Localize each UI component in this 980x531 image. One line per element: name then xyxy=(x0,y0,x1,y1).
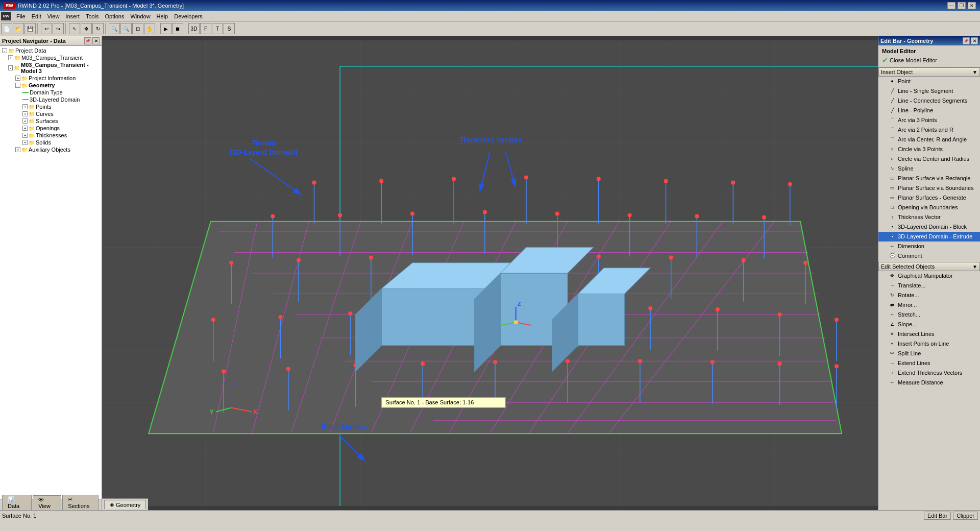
status-edit-bar-btn[interactable]: Edit Bar xyxy=(924,512,951,520)
tb-new[interactable]: 📄 xyxy=(1,23,12,34)
tb-rotate[interactable]: ↻ xyxy=(92,23,104,34)
item-rotate[interactable]: ↻ Rotate... xyxy=(878,291,980,300)
item-comment[interactable]: 💬 Comment xyxy=(878,251,980,261)
item-split-line[interactable]: ✂ Split Line xyxy=(878,349,980,358)
tree-auxiliary[interactable]: + 📁 Auxiliary Objects xyxy=(1,146,101,153)
tree-domain-type[interactable]: Domain Type xyxy=(1,89,101,96)
tb-view-top[interactable]: T xyxy=(212,23,223,34)
tb-undo[interactable]: ↩ xyxy=(41,23,52,34)
menu-developers[interactable]: Developers xyxy=(171,12,206,20)
item-translate[interactable]: → Translate... xyxy=(878,281,980,291)
close-model-editor-btn[interactable]: ✔ Close Model Editor xyxy=(880,55,978,65)
item-point[interactable]: ● Point xyxy=(878,77,980,86)
item-3d-block[interactable]: ▪ 3D-Layered Domain - Block xyxy=(878,222,980,232)
tb-zoom-fit[interactable]: ⊡ xyxy=(132,23,143,34)
expand-aux[interactable]: + xyxy=(15,147,20,152)
tree-m03-campus[interactable]: + 📁 M03_Campus_Transient xyxy=(1,54,101,61)
tb-render[interactable]: ▶ xyxy=(160,23,172,34)
insert-object-header[interactable]: Insert Object ▼ xyxy=(878,67,980,77)
item-extend-thick[interactable]: ↕ Extend Thickness Vectors xyxy=(878,368,980,378)
tb-view-front[interactable]: F xyxy=(200,23,211,34)
tb-select[interactable]: ↖ xyxy=(69,23,80,34)
menu-file[interactable]: File xyxy=(13,12,29,20)
menu-edit[interactable]: Edit xyxy=(29,12,44,20)
tb-redo[interactable]: ↪ xyxy=(53,23,64,34)
tb-view-side[interactable]: S xyxy=(224,23,235,34)
expand-project[interactable]: - xyxy=(2,48,7,53)
menu-help[interactable]: Help xyxy=(154,12,172,20)
tb-zoom-out[interactable]: 🔍 xyxy=(120,23,132,34)
item-circle-center[interactable]: ○ Circle via Center and Radius xyxy=(878,154,980,164)
tb-save[interactable]: 💾 xyxy=(24,23,36,34)
tree-3d-layered[interactable]: 3D-Layered Domain xyxy=(1,96,101,103)
right-panel-close[interactable]: ✕ xyxy=(971,37,978,44)
maximize-btn[interactable]: ❐ xyxy=(958,2,966,9)
tree-surfaces[interactable]: + 📁 Surfaces xyxy=(1,117,101,125)
tab-sections[interactable]: ✂ Sections xyxy=(62,495,99,510)
right-panel-pin[interactable]: 📌 xyxy=(963,37,970,44)
item-graphical-manip[interactable]: ✥ Graphical Manipulator xyxy=(878,271,980,281)
item-planar-gen[interactable]: ▭ Planar Surfaces - Generate xyxy=(878,193,980,203)
item-spline[interactable]: ∿ Spline xyxy=(878,164,980,174)
item-intersect[interactable]: ✕ Intersect Lines xyxy=(878,329,980,339)
item-arc-3pts[interactable]: ⌒ Arc via 3 Points xyxy=(878,115,980,125)
tree-m03-model3[interactable]: - 📁 M03_Campus_Transient - Model 3 xyxy=(1,61,101,75)
viewport[interactable]: Z X Y Z Surface No. 1 - Base Surface; 1-… xyxy=(102,36,878,510)
item-3d-extrude[interactable]: ▪ 3D-Layered Domain - Extrude xyxy=(878,232,980,242)
expand-curves[interactable]: + xyxy=(22,111,28,116)
tb-zoom-in[interactable]: 🔍 xyxy=(109,23,120,34)
item-line-single[interactable]: ╱ Line - Single Segment xyxy=(878,86,980,96)
status-clipper-btn[interactable]: Clipper xyxy=(953,512,978,520)
expand-model3[interactable]: - xyxy=(8,65,13,70)
item-thickness-vec[interactable]: ↕ Thickness Vector xyxy=(878,212,980,222)
tb-stop[interactable]: ⏹ xyxy=(172,23,183,34)
item-dimension[interactable]: ↔ Dimension xyxy=(878,242,980,251)
panel-pin-btn[interactable]: 📌 xyxy=(84,37,91,44)
tree-geometry[interactable]: - 📁 Geometry xyxy=(1,82,101,89)
expand-m03[interactable]: + xyxy=(8,55,13,60)
tree-thicknesses[interactable]: + 📁 Thicknesses xyxy=(1,132,101,139)
tab-data[interactable]: 📊 Data xyxy=(2,495,32,510)
tb-move[interactable]: ✥ xyxy=(81,23,92,34)
menu-tools[interactable]: Tools xyxy=(83,12,102,20)
item-insert-pts[interactable]: + Insert Points on Line xyxy=(878,339,980,349)
tree-curves[interactable]: + 📁 Curves xyxy=(1,110,101,117)
tree-openings[interactable]: + 📁 Openings xyxy=(1,125,101,132)
tb-pan[interactable]: ✋ xyxy=(144,23,155,34)
close-btn[interactable]: ✕ xyxy=(968,2,976,9)
expand-proj-info[interactable]: + xyxy=(15,76,20,81)
expand-points[interactable]: + xyxy=(22,104,28,109)
tab-view[interactable]: 👁 View xyxy=(33,495,61,510)
expand-solids[interactable]: + xyxy=(22,140,28,145)
item-planar-bounds[interactable]: ▭ Planar Surface via Boundaries xyxy=(878,183,980,193)
expand-thick[interactable]: + xyxy=(22,133,28,138)
expand-geom[interactable]: - xyxy=(15,83,20,88)
tab-geometry[interactable]: ◈ Geometry xyxy=(104,500,146,509)
item-circle-3pts[interactable]: ○ Circle via 3 Points xyxy=(878,144,980,154)
expand-openings[interactable]: + xyxy=(22,126,28,131)
panel-close-btn[interactable]: ✕ xyxy=(92,37,100,44)
item-measure-dist[interactable]: ↔ Measure Distance xyxy=(878,378,980,388)
item-slope[interactable]: ∠ Slope... xyxy=(878,320,980,329)
item-stretch[interactable]: ↔ Stretch... xyxy=(878,310,980,320)
tree-project-data[interactable]: - 📁 Project Data xyxy=(1,47,101,54)
tree-solids[interactable]: + 📁 Solids xyxy=(1,139,101,146)
menu-insert[interactable]: Insert xyxy=(62,12,83,20)
menu-window[interactable]: Window xyxy=(127,12,153,20)
tree-points[interactable]: + 📁 Points xyxy=(1,103,101,110)
item-arc-2pts[interactable]: ⌒ Arc via 2 Points and R xyxy=(878,125,980,135)
item-line-polyline[interactable]: ╱ Line - Polyline xyxy=(878,106,980,115)
item-mirror[interactable]: ⇌ Mirror... xyxy=(878,300,980,310)
item-opening-bounds[interactable]: □ Opening via Boundaries xyxy=(878,203,980,212)
item-planar-rect[interactable]: ▭ Planar Surface via Rectangle xyxy=(878,174,980,183)
item-line-connected[interactable]: ╱ Line - Connected Segments xyxy=(878,96,980,106)
menu-view[interactable]: View xyxy=(44,12,63,20)
item-arc-center[interactable]: ⌒ Arc via Center, R and Angle xyxy=(878,135,980,144)
edit-selected-header[interactable]: Edit Selected Objects ▼ xyxy=(878,262,980,271)
item-extend-lines[interactable]: → Extend Lines xyxy=(878,358,980,368)
minimize-btn[interactable]: — xyxy=(947,2,955,9)
tree-project-info[interactable]: + 📁 Project Information xyxy=(1,75,101,82)
expand-surfaces[interactable]: + xyxy=(22,118,28,124)
menu-options[interactable]: Options xyxy=(102,12,128,20)
tb-open[interactable]: 📂 xyxy=(13,23,24,34)
